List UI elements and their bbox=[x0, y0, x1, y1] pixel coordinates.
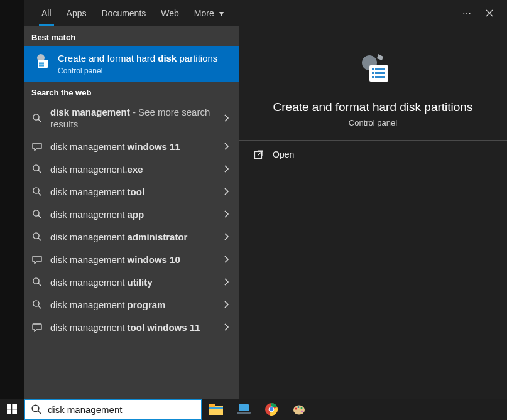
taskbar-app-paint[interactable] bbox=[285, 399, 313, 420]
search-icon bbox=[31, 299, 43, 310]
svg-point-7 bbox=[33, 210, 39, 216]
best-match-header: Best match bbox=[24, 26, 239, 46]
web-result-2[interactable]: disk management.exe bbox=[24, 158, 239, 180]
start-button[interactable] bbox=[0, 399, 24, 420]
svg-point-8 bbox=[33, 233, 39, 239]
chrome-icon bbox=[265, 403, 278, 416]
tab-apps[interactable]: Apps bbox=[59, 0, 94, 26]
result-text: disk management utility bbox=[50, 276, 214, 288]
chevron-right-icon bbox=[221, 278, 232, 286]
search-input[interactable] bbox=[48, 400, 196, 419]
file-explorer-icon bbox=[209, 404, 223, 415]
search-icon bbox=[31, 277, 43, 287]
svg-rect-15 bbox=[375, 72, 385, 74]
svg-rect-1 bbox=[39, 62, 44, 63]
tabs-row: All Apps Documents Web More ▾ ⋯ bbox=[24, 0, 507, 26]
web-result-5[interactable]: disk management administrator bbox=[24, 225, 239, 248]
web-result-1[interactable]: disk management windows 11 bbox=[24, 135, 239, 158]
search-icon bbox=[31, 164, 43, 174]
web-result-3[interactable]: disk management tool bbox=[24, 180, 239, 203]
svg-rect-20 bbox=[12, 404, 17, 409]
taskbar-app-explorer[interactable] bbox=[202, 399, 230, 420]
taskbar-app-laptop[interactable] bbox=[230, 399, 258, 420]
web-result-4[interactable]: disk management app bbox=[24, 203, 239, 225]
search-icon bbox=[31, 113, 43, 123]
more-options-button[interactable]: ⋯ bbox=[455, 4, 478, 23]
search-icon bbox=[31, 186, 43, 197]
chevron-right-icon bbox=[221, 256, 232, 263]
svg-rect-17 bbox=[375, 76, 385, 78]
best-match-icon bbox=[31, 52, 50, 71]
detail-panel: Create and format hard disk partitions C… bbox=[239, 26, 507, 399]
svg-rect-3 bbox=[39, 65, 44, 67]
svg-point-5 bbox=[33, 165, 39, 171]
svg-rect-22 bbox=[12, 409, 17, 414]
paint-icon bbox=[293, 403, 305, 416]
search-icon bbox=[31, 209, 43, 219]
svg-point-9 bbox=[33, 278, 39, 284]
svg-point-36 bbox=[301, 411, 303, 412]
svg-rect-21 bbox=[7, 409, 11, 414]
svg-rect-27 bbox=[239, 404, 249, 411]
web-result-7[interactable]: disk management utility bbox=[24, 271, 239, 293]
windows-icon bbox=[7, 404, 17, 414]
tab-more-label: More bbox=[194, 8, 214, 18]
tab-documents[interactable]: Documents bbox=[94, 0, 153, 26]
svg-point-34 bbox=[298, 406, 300, 408]
search-web-header: Search the web bbox=[24, 82, 239, 101]
taskbar-app-chrome[interactable] bbox=[258, 399, 285, 420]
chevron-right-icon bbox=[221, 143, 232, 150]
best-match-title: Create and format hard disk partitions bbox=[58, 52, 217, 65]
detail-subtitle: Control panel bbox=[251, 118, 494, 127]
best-match-subtitle: Control panel bbox=[58, 67, 217, 75]
results-panel: Best match Create and format hard disk p… bbox=[24, 26, 239, 399]
svg-rect-28 bbox=[237, 412, 251, 414]
close-button[interactable] bbox=[478, 4, 501, 23]
result-text: disk management tool windows 11 bbox=[50, 321, 214, 333]
best-match-item[interactable]: Create and format hard disk partitions C… bbox=[24, 46, 239, 82]
svg-point-35 bbox=[301, 407, 303, 409]
chat-icon bbox=[31, 141, 43, 151]
search-icon bbox=[31, 232, 43, 242]
svg-rect-16 bbox=[372, 76, 374, 78]
result-text: disk management windows 11 bbox=[50, 141, 214, 153]
chevron-right-icon bbox=[221, 323, 232, 331]
taskbar-search-box[interactable] bbox=[24, 399, 202, 420]
detail-title: Create and format hard disk partitions bbox=[251, 100, 494, 114]
result-text: disk management - See more search result… bbox=[50, 106, 214, 130]
web-result-8[interactable]: disk management program bbox=[24, 293, 239, 316]
svg-point-4 bbox=[33, 114, 39, 120]
tab-web[interactable]: Web bbox=[153, 0, 187, 26]
detail-icon bbox=[353, 49, 393, 89]
result-text: disk management program bbox=[50, 299, 214, 311]
close-icon bbox=[486, 9, 493, 17]
svg-rect-2 bbox=[39, 63, 44, 65]
open-action[interactable]: Open bbox=[239, 141, 507, 168]
open-label: Open bbox=[273, 149, 294, 159]
chevron-right-icon bbox=[221, 210, 232, 218]
result-text: disk management tool bbox=[50, 186, 214, 198]
chevron-right-icon bbox=[221, 188, 232, 195]
web-result-9[interactable]: disk management tool windows 11 bbox=[24, 316, 239, 338]
result-text: disk management administrator bbox=[50, 231, 214, 243]
svg-point-10 bbox=[33, 301, 39, 306]
result-text: disk management windows 10 bbox=[50, 254, 214, 266]
web-result-6[interactable]: disk management windows 10 bbox=[24, 248, 239, 271]
taskbar bbox=[0, 399, 507, 420]
result-text: disk management app bbox=[50, 208, 214, 220]
tab-more[interactable]: More ▾ bbox=[187, 0, 231, 26]
laptop-icon bbox=[236, 404, 251, 415]
chat-icon bbox=[31, 254, 43, 264]
ellipsis-icon: ⋯ bbox=[462, 8, 471, 18]
svg-rect-25 bbox=[209, 404, 215, 407]
chevron-right-icon bbox=[221, 301, 232, 308]
chevron-right-icon bbox=[221, 114, 232, 122]
svg-rect-26 bbox=[209, 407, 223, 409]
svg-rect-14 bbox=[372, 72, 374, 74]
result-text: disk management.exe bbox=[50, 163, 214, 175]
disk-partition-large-icon bbox=[353, 49, 393, 89]
chevron-right-icon bbox=[221, 233, 232, 240]
tab-all[interactable]: All bbox=[34, 0, 59, 26]
svg-point-33 bbox=[295, 408, 297, 410]
web-result-0[interactable]: disk management - See more search result… bbox=[24, 101, 239, 135]
